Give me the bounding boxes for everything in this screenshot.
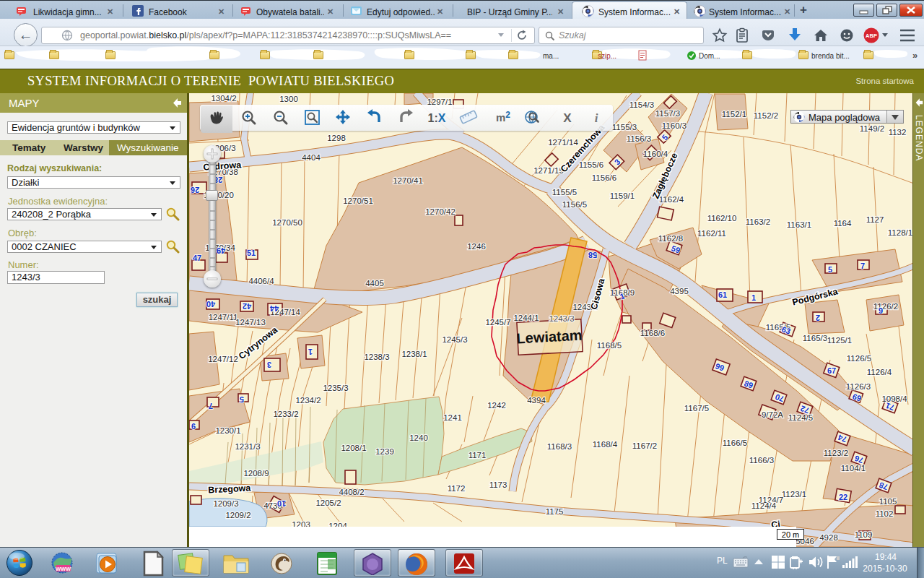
svg-text:ABP: ABP <box>866 33 877 39</box>
svg-text:1244/1: 1244/1 <box>513 314 539 322</box>
svg-text:1168/4: 1168/4 <box>593 440 618 449</box>
svg-text:1102: 1102 <box>876 509 894 518</box>
svg-text:61: 61 <box>718 290 727 299</box>
svg-text:1240: 1240 <box>409 434 428 442</box>
svg-text:1126/4: 1126/4 <box>867 368 892 376</box>
svg-text:1238/1: 1238/1 <box>401 350 427 358</box>
svg-text:X: X <box>563 111 572 125</box>
svg-text:1167/2: 1167/2 <box>632 441 657 450</box>
svg-text:1132: 1132 <box>889 128 907 137</box>
svg-text:1125/1: 1125/1 <box>827 336 852 345</box>
svg-text:1209/2: 1209/2 <box>225 511 250 519</box>
svg-text:10: 10 <box>277 499 286 508</box>
svg-text:1231/3: 1231/3 <box>235 442 260 451</box>
svg-text:1160/3: 1160/3 <box>662 121 687 130</box>
svg-text:7: 7 <box>860 262 865 270</box>
svg-text:1149/2: 1149/2 <box>860 124 884 133</box>
svg-text:51: 51 <box>247 249 256 257</box>
svg-text:1167/5: 1167/5 <box>684 404 709 413</box>
svg-text:1270/51: 1270/51 <box>343 197 373 205</box>
svg-text:i: i <box>595 111 598 125</box>
svg-text:1271/14: 1271/14 <box>548 138 578 147</box>
svg-text:4404: 4404 <box>302 153 321 162</box>
svg-text:1270/42: 1270/42 <box>425 207 456 216</box>
svg-text:1164: 1164 <box>834 219 852 228</box>
svg-text:1: 1 <box>308 348 313 356</box>
svg-text:1243/3: 1243/3 <box>549 314 574 323</box>
svg-text:1162/4: 1162/4 <box>659 195 684 204</box>
svg-text:1168/3: 1168/3 <box>547 442 572 451</box>
svg-text:1166/3: 1166/3 <box>749 456 774 465</box>
svg-text:1:X: 1:X <box>428 112 446 124</box>
svg-text:1270/41: 1270/41 <box>393 176 423 185</box>
svg-text:1241: 1241 <box>443 413 462 422</box>
svg-text:1171: 1171 <box>468 451 487 460</box>
svg-text:m2: m2 <box>496 110 510 124</box>
svg-text:1124/5: 1124/5 <box>788 413 813 422</box>
svg-text:4394: 4394 <box>527 396 546 405</box>
svg-text:1298: 1298 <box>327 134 346 142</box>
svg-text:1235/3: 1235/3 <box>323 384 348 392</box>
svg-text:4395: 4395 <box>670 287 689 296</box>
svg-text:1162/8: 1162/8 <box>658 234 683 243</box>
svg-text:1247/12: 1247/12 <box>208 355 238 363</box>
svg-text:2: 2 <box>816 314 820 322</box>
svg-text:1098/4: 1098/4 <box>881 394 907 403</box>
svg-text:9: 9 <box>879 306 883 315</box>
svg-text:1123/1: 1123/1 <box>782 490 806 499</box>
svg-text:1172: 1172 <box>448 484 466 493</box>
svg-text:1247/13: 1247/13 <box>235 318 266 327</box>
svg-text:1124/4: 1124/4 <box>751 501 777 510</box>
svg-text:47: 47 <box>193 254 201 262</box>
svg-text:1155/6: 1155/6 <box>579 160 603 169</box>
svg-text:1270/50: 1270/50 <box>272 218 302 227</box>
svg-text:1233/2: 1233/2 <box>273 410 298 418</box>
svg-text:1159/1: 1159/1 <box>610 191 635 200</box>
svg-text:1127: 1127 <box>866 215 884 224</box>
svg-text:1230/1: 1230/1 <box>215 426 240 435</box>
svg-text:1168/6: 1168/6 <box>640 329 665 337</box>
svg-text:42: 42 <box>243 302 251 311</box>
svg-text:1160/4: 1160/4 <box>643 150 668 158</box>
svg-text:4928: 4928 <box>819 533 838 542</box>
svg-text:7: 7 <box>209 402 213 410</box>
svg-text:1168/5: 1168/5 <box>597 341 622 350</box>
svg-text:58: 58 <box>588 251 597 259</box>
svg-text:1155/3: 1155/3 <box>612 123 637 131</box>
svg-text:1157/3: 1157/3 <box>655 109 680 118</box>
svg-text:9/72A: 9/72A <box>762 410 783 419</box>
svg-text:1155/5: 1155/5 <box>552 188 577 197</box>
svg-text:1126/3: 1126/3 <box>846 382 871 391</box>
svg-text:1109: 1109 <box>855 530 873 539</box>
svg-text:1156/6: 1156/6 <box>592 173 616 182</box>
svg-text:1173: 1173 <box>489 480 507 489</box>
svg-text:40: 40 <box>206 300 215 309</box>
svg-text:1175: 1175 <box>546 507 564 516</box>
svg-text:1209/3: 1209/3 <box>213 499 238 508</box>
svg-text:1152/2: 1152/2 <box>754 111 778 120</box>
svg-text:44: 44 <box>269 304 279 313</box>
svg-text:1246: 1246 <box>467 242 486 251</box>
svg-text:1300: 1300 <box>279 95 298 103</box>
svg-text:1239: 1239 <box>375 447 394 456</box>
svg-text:1163/2: 1163/2 <box>746 217 770 226</box>
svg-text:WWW: WWW <box>56 566 71 572</box>
svg-text:1162/11: 1162/11 <box>697 229 726 238</box>
svg-text:22: 22 <box>839 493 847 501</box>
svg-text:1165/3: 1165/3 <box>803 334 827 342</box>
svg-text:4408/2: 4408/2 <box>339 488 364 496</box>
svg-text:1126/2: 1126/2 <box>873 302 898 311</box>
svg-text:4406/4: 4406/4 <box>248 277 274 285</box>
svg-text:1238/3: 1238/3 <box>364 353 389 361</box>
svg-text:1126/5: 1126/5 <box>847 354 871 363</box>
svg-text:1247/11: 1247/11 <box>209 313 238 322</box>
svg-text:5: 5 <box>240 395 244 404</box>
svg-text:1166/5: 1166/5 <box>723 439 747 447</box>
svg-text:1163/1: 1163/1 <box>787 220 811 229</box>
svg-text:1245/3: 1245/3 <box>442 335 467 344</box>
svg-text:1234/2: 1234/2 <box>295 396 321 405</box>
svg-text:1242: 1242 <box>487 401 506 410</box>
svg-text:1: 1 <box>751 293 756 302</box>
svg-text:1245/7: 1245/7 <box>485 318 510 327</box>
svg-text:1152/1: 1152/1 <box>722 110 746 118</box>
